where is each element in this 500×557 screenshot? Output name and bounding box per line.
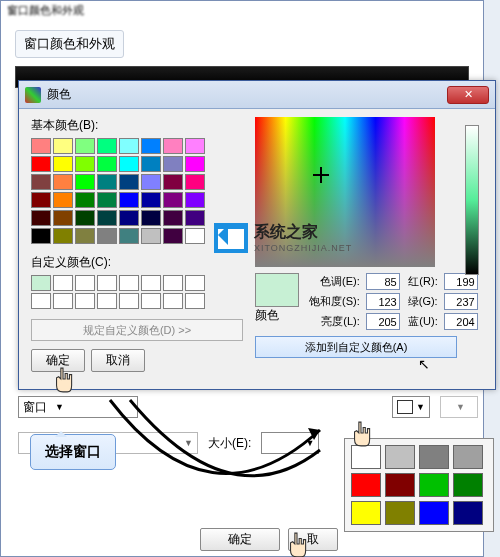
palette-swatch[interactable] [419,473,449,497]
basic-swatch[interactable] [75,210,95,226]
basic-swatch[interactable] [163,192,183,208]
palette-swatch[interactable] [419,501,449,525]
basic-swatch[interactable] [185,192,205,208]
basic-swatch[interactable] [119,210,139,226]
basic-swatch[interactable] [141,210,161,226]
basic-swatch[interactable] [75,192,95,208]
cancel-button[interactable]: 取消 [91,349,145,372]
chevron-down-icon: ▼ [55,402,64,412]
basic-swatch[interactable] [97,228,117,244]
custom-swatch[interactable] [97,275,117,291]
basic-swatch[interactable] [31,210,51,226]
custom-swatch[interactable] [53,293,73,309]
green-input[interactable] [444,293,478,310]
basic-swatch[interactable] [53,156,73,172]
custom-swatch[interactable] [163,275,183,291]
basic-swatch[interactable] [53,138,73,154]
palette-swatch[interactable] [351,445,381,469]
basic-swatch[interactable] [97,192,117,208]
parent-title: 窗口颜色和外观 [1,1,483,20]
define-custom-button[interactable]: 规定自定义颜色(D) >> [31,319,243,341]
luminance-slider[interactable] [465,125,479,275]
basic-swatch[interactable] [141,138,161,154]
basic-swatch[interactable] [75,138,95,154]
basic-swatch[interactable] [97,138,117,154]
section-header: 窗口颜色和外观 [15,30,124,58]
basic-swatch[interactable] [119,192,139,208]
custom-swatch[interactable] [185,293,205,309]
basic-swatch[interactable] [75,156,95,172]
palette-swatch[interactable] [351,501,381,525]
blue-label: 蓝(U): [408,314,438,329]
size-dropdown[interactable]: ▼ [261,432,319,454]
basic-swatch[interactable] [75,228,95,244]
sat-input[interactable] [366,293,400,310]
dialog-titlebar[interactable]: 颜色 ✕ [19,81,495,109]
outer-ok-button[interactable]: 确定 [200,528,280,551]
basic-swatch[interactable] [185,156,205,172]
basic-swatch[interactable] [31,192,51,208]
basic-swatch[interactable] [163,156,183,172]
red-input[interactable] [444,273,478,290]
custom-swatch[interactable] [141,275,161,291]
basic-swatch[interactable] [185,210,205,226]
custom-swatch[interactable] [119,293,139,309]
custom-swatch[interactable] [163,293,183,309]
palette-swatch[interactable] [385,501,415,525]
basic-swatch[interactable] [163,210,183,226]
basic-swatch[interactable] [163,174,183,190]
basic-swatch[interactable] [31,138,51,154]
palette-swatch[interactable] [419,445,449,469]
basic-swatch[interactable] [53,192,73,208]
basic-swatch[interactable] [97,210,117,226]
palette-swatch[interactable] [385,445,415,469]
custom-swatch[interactable] [31,293,51,309]
basic-swatch[interactable] [163,228,183,244]
basic-swatch[interactable] [163,138,183,154]
custom-swatch[interactable] [185,275,205,291]
basic-swatch[interactable] [75,174,95,190]
basic-swatch[interactable] [141,156,161,172]
custom-swatch[interactable] [141,293,161,309]
basic-swatch[interactable] [141,174,161,190]
palette-swatch[interactable] [453,445,483,469]
ok-button[interactable]: 确定 [31,349,85,372]
palette-swatch[interactable] [453,473,483,497]
custom-swatch[interactable] [119,275,139,291]
basic-swatch[interactable] [97,156,117,172]
basic-swatch[interactable] [119,138,139,154]
palette-swatch[interactable] [453,501,483,525]
basic-swatch[interactable] [53,174,73,190]
palette-swatch[interactable] [351,473,381,497]
custom-swatch[interactable] [31,275,51,291]
basic-swatch[interactable] [185,138,205,154]
custom-swatch[interactable] [75,293,95,309]
basic-swatch[interactable] [31,174,51,190]
blue-input[interactable] [444,313,478,330]
close-button[interactable]: ✕ [447,86,489,104]
outer-cancel-button[interactable]: 取 [288,528,338,551]
hue-input[interactable] [366,273,400,290]
item-dropdown[interactable]: 窗口 ▼ [18,396,138,418]
basic-swatch[interactable] [141,228,161,244]
palette-swatch[interactable] [385,473,415,497]
basic-swatch[interactable] [141,192,161,208]
add-to-custom-button[interactable]: 添加到自定义颜色(A) [255,336,457,358]
color2-dropdown[interactable]: ▼ [440,396,478,418]
basic-swatch[interactable] [97,174,117,190]
basic-swatch[interactable] [31,228,51,244]
color1-dropdown[interactable]: ▼ [392,396,430,418]
custom-swatch[interactable] [97,293,117,309]
basic-swatch[interactable] [185,228,205,244]
cursor-arrow-icon: ↖ [418,356,430,372]
basic-swatch[interactable] [119,174,139,190]
basic-swatch[interactable] [53,228,73,244]
basic-swatch[interactable] [185,174,205,190]
custom-swatch[interactable] [53,275,73,291]
custom-swatch[interactable] [75,275,95,291]
lum-input[interactable] [366,313,400,330]
basic-swatch[interactable] [53,210,73,226]
basic-swatch[interactable] [119,228,139,244]
basic-swatch[interactable] [119,156,139,172]
basic-swatch[interactable] [31,156,51,172]
